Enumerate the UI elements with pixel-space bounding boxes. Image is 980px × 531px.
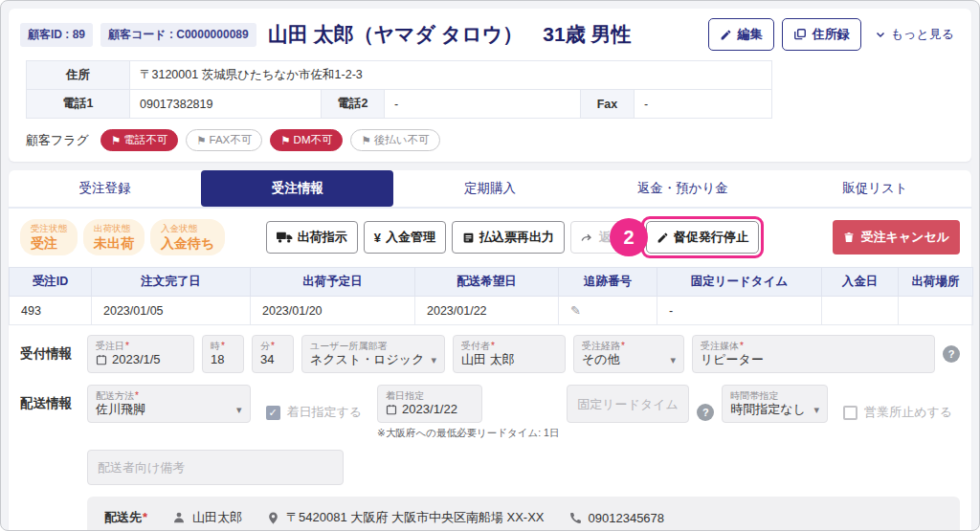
destination-name-text: 山田太郎 [192,509,242,526]
order-media-field[interactable]: 受注媒体 リピーター [692,335,935,373]
col-ship-place: 出荷場所 [899,268,973,297]
field-label: 受注媒体 [701,340,926,352]
flag-icon: ⚑ [111,134,121,147]
caret-down-icon: ▾ [670,353,676,366]
customer-flags: 顧客フラグ ⚑ 電話不可 ⚑ FAX不可 ⚑ DM不可 ⚑ 後払い不可 [26,129,960,151]
address-value: 〒3120001 茨城県ひたちなか市佐和1-2-3 [130,61,772,90]
flag-label: 電話不可 [123,133,167,147]
order-hour-field[interactable]: 時 18 [202,335,244,373]
shipping-info-row: 配送情報 配送方法 佐川飛脚▾ 着日指定する 着日指定 2023/1/22 [9,375,971,442]
badge-title: 出荷状態 [94,223,134,235]
order-minute-field[interactable]: 分 34 [252,335,294,373]
truck-icon [277,232,293,243]
reception-info-row: 受付情報 受注日 2023/1/5 時 18 分 34 ユーザー所属部署 [9,325,971,375]
col-order-id: 受注ID [10,268,92,297]
fixed-leadtime-input[interactable] [567,385,689,423]
flag-no-deferred-pay: ⚑ 後払い不可 [350,129,439,151]
order-action-buttons: 出荷指示 ¥ 入金管理 払込票再出力 返金 [266,216,764,258]
field-value: 山田 太郎 [461,352,557,368]
cell-order-id: 493 [10,297,92,325]
field-label: 受付者 [461,340,557,352]
cell-desired-date: 2023/01/22 [415,297,559,325]
phone1-value: 09017382819 [130,90,322,119]
order-channel-select[interactable]: 受注経路 その他▾ [573,335,684,373]
fax-label: Fax [581,90,635,119]
col-tracking-number: 追跡番号 [559,268,657,297]
destination-phone-text: 09012345678 [589,511,665,525]
field-label: ユーザー所属部署 [310,340,436,352]
flag-label: 後払い不可 [374,133,430,147]
order-detail-card: 受注登録 受注情報 定期購入 返金・預かり金 販促リスト 受注状態 受注 出荷状… [9,170,971,531]
receptionist-field[interactable]: 受付者 山田 太郎 [453,335,566,373]
department-select[interactable]: ユーザー所属部署 ネクスト・ロジック▾ [301,335,445,373]
payment-status-badge: 入金状態 入金待ち [150,219,225,255]
page: 顧客ID : 89 顧客コード : C0000000089 山田 太郎（ヤマダ … [0,0,980,531]
phone-icon [569,512,582,524]
order-status-badge: 受注状態 受注 [20,219,78,255]
badge-title: 入金状態 [161,223,214,235]
col-completed-date: 注文完了日 [92,268,251,297]
col-fixed-leadtime: 固定リードタイム [657,268,822,297]
shipping-section-label: 配送情報 [20,385,79,412]
shipping-instruction-button[interactable]: 出荷指示 [266,221,358,254]
tab-promotion-list[interactable]: 販促リスト [779,170,971,207]
address-book-button-label: 住所録 [813,26,850,43]
cancel-order-button[interactable]: 受注キャンセル [833,220,960,254]
button-label: 督促発行停止 [674,229,748,246]
arrival-date-field[interactable]: 着日指定 2023/1/22 [377,385,482,423]
col-payment-date: 入金日 [822,268,899,297]
field-label: 分 [260,340,285,352]
tab-order-entry[interactable]: 受注登録 [9,170,201,207]
header-actions: 編集 住所録 もっと見る [708,18,960,51]
stop-dunning-button[interactable]: 督促発行停止 [646,221,759,254]
field-label: 時 [211,340,235,352]
map-pin-icon [267,511,279,525]
arrival-date-group: 着日指定 2023/1/22 ※大阪府への最低必要リードタイム: 1日 [377,385,559,440]
edit-button[interactable]: 編集 [708,18,774,51]
fax-value: - [635,90,772,119]
badge-value: 入金待ち [161,235,214,251]
checkbox-label: 着日指定する [287,404,363,421]
caret-down-icon: ▾ [814,403,820,416]
field-value: 34 [260,352,285,368]
more-button-label: もっと見る [891,26,954,43]
phone2-value: - [385,90,581,119]
yen-icon: ¥ [374,231,381,245]
help-icon: ? [943,345,960,363]
flag-no-fax: ⚑ FAX不可 [186,129,262,151]
destination-name: 山田太郎 [172,509,242,526]
order-date-field[interactable]: 受注日 2023/1/5 [87,335,194,373]
courier-note-input[interactable] [87,450,344,485]
address-row: 住所 〒3120001 茨城県ひたちなか市佐和1-2-3 [27,61,772,90]
checkbox-label: 営業所止めする [864,404,952,421]
order-table-header-row: 受注ID 注文完了日 出荷予定日 配送希望日 追跡番号 固定リードタイム 入金日… [10,268,973,297]
field-value: 佐川飛脚 [96,402,145,418]
address-book-button[interactable]: 住所録 [782,18,861,51]
field-label: 受注日 [96,340,186,352]
tab-order-info[interactable]: 受注情報 [201,170,393,207]
field-value: その他 [582,352,620,368]
cell-payment-date [822,297,899,325]
field-label: 配送方法 [96,389,242,402]
reception-section-label: 受付情報 [20,335,79,363]
flags-label: 顧客フラグ [26,132,89,149]
destination-bar: 配送先 山田太郎 〒5420081 大阪府 大阪市中央区南船場 XX-XX 09… [87,497,960,531]
checkbox-checked-icon [266,406,280,420]
help-icon: ? [697,404,714,421]
shipment-status-badge: 出荷状態 未出荷 [83,219,145,255]
flag-icon: ⚑ [196,134,206,147]
order-table-row: 493 2023/01/05 2023/01/20 2023/01/22 ✎ - [10,297,973,325]
address-book-icon [793,28,807,41]
tab-subscription[interactable]: 定期購入 [393,170,586,207]
field-value: 2023/1/22 [402,402,457,418]
pencil-icon [657,232,669,244]
payment-management-button[interactable]: ¥ 入金管理 [364,221,446,254]
time-slot-select[interactable]: 時間帯指定 時間指定なし▾ [722,385,828,423]
phone2-label: 電話2 [322,90,385,119]
more-button[interactable]: もっと見る [869,25,960,44]
shipping-method-select[interactable]: 配送方法 佐川飛脚▾ [87,385,251,423]
edit-tracking-icon[interactable]: ✎ [570,303,581,318]
reprint-payment-slip-button[interactable]: 払込票再出力 [452,221,565,254]
tab-refund-deposit[interactable]: 返金・預かり金 [587,170,779,207]
col-desired-date: 配送希望日 [415,268,559,297]
